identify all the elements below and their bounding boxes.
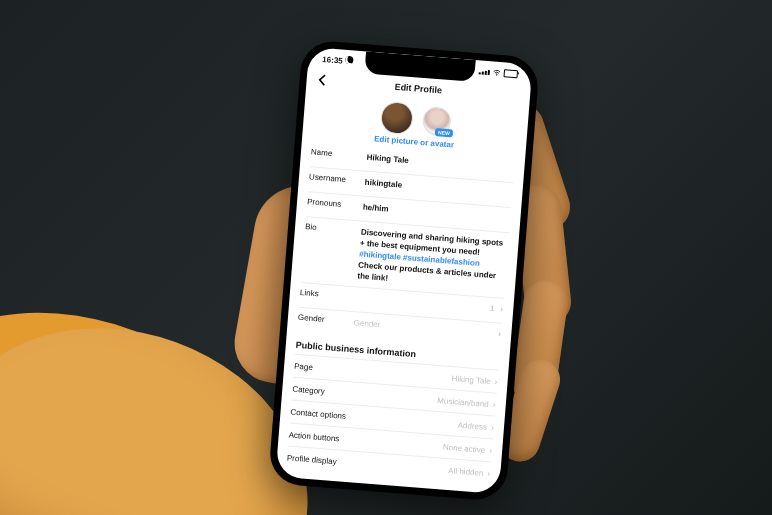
row-value: None active bbox=[443, 442, 486, 454]
field-label: Name bbox=[311, 147, 368, 160]
row-label: Profile display bbox=[287, 453, 337, 466]
field-value: hikingtale bbox=[364, 177, 512, 200]
row-value: Hiking Tale bbox=[451, 374, 491, 386]
row-label: Category bbox=[292, 384, 325, 396]
phone-frame: 16:35 Edit Profile NEW bbox=[268, 39, 540, 501]
nav-title: Edit Profile bbox=[394, 82, 442, 96]
avatar-option[interactable]: NEW bbox=[422, 106, 452, 136]
battery-icon bbox=[503, 69, 518, 78]
field-value: Hiking Tale bbox=[366, 152, 514, 175]
chevron-right-icon: › bbox=[487, 468, 491, 478]
field-label: Gender bbox=[298, 313, 355, 326]
field-label: Bio bbox=[305, 222, 362, 235]
new-badge: NEW bbox=[435, 128, 453, 137]
profile-photo[interactable] bbox=[380, 101, 414, 135]
chevron-right-icon: › bbox=[492, 399, 496, 409]
chevron-right-icon: › bbox=[489, 445, 493, 455]
row-value: Address bbox=[457, 420, 487, 431]
gender-placeholder: Gender bbox=[353, 317, 380, 330]
signal-icon bbox=[479, 69, 490, 75]
chevron-right-icon: › bbox=[500, 304, 504, 315]
row-value: Musician/band bbox=[437, 396, 489, 409]
screen: 16:35 Edit Profile NEW bbox=[275, 47, 532, 494]
row-value: All hidden bbox=[448, 466, 484, 478]
field-label: Username bbox=[309, 172, 366, 185]
chevron-right-icon: › bbox=[491, 422, 495, 432]
back-button[interactable] bbox=[316, 74, 329, 89]
chevron-right-icon: › bbox=[498, 329, 502, 340]
links-count: 1 bbox=[489, 303, 494, 314]
row-label: Action buttons bbox=[288, 430, 339, 443]
field-label: Pronouns bbox=[307, 197, 364, 210]
chevron-right-icon: › bbox=[494, 376, 498, 386]
field-value: he/him bbox=[362, 202, 510, 225]
field-label: Links bbox=[300, 288, 357, 301]
row-label: Contact options bbox=[290, 407, 346, 420]
wifi-icon bbox=[493, 68, 502, 77]
row-label: Page bbox=[294, 361, 313, 371]
field-value: Discovering and sharing hiking spots + t… bbox=[357, 227, 509, 293]
status-time: 16:35 bbox=[322, 54, 354, 66]
svg-point-0 bbox=[496, 74, 497, 75]
dnd-moon-icon bbox=[346, 56, 355, 65]
